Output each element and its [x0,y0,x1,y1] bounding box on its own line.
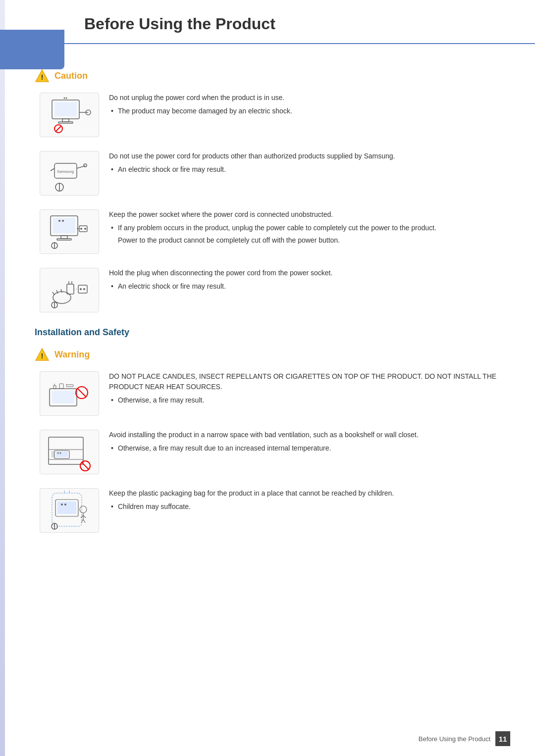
svg-rect-5 [58,122,73,123]
svg-point-15 [84,164,87,167]
svg-point-21 [58,220,60,222]
warning-image-3 [40,488,99,533]
svg-rect-4 [62,119,69,122]
svg-point-74 [80,506,87,513]
caution-item-1: Do not unplug the power cord when the pr… [35,93,505,137]
caution-triangle-icon: ! [35,69,50,83]
page-container: Before Using the Product ! Caution [0,0,535,756]
svg-line-54 [78,389,86,397]
caution-text-4: Hold the plug when disconnecting the pow… [109,268,505,294]
svg-rect-50 [59,384,63,389]
caution-image-2: Samsung [40,151,99,196]
caution-main-text-2: Do not use the power cord for products o… [109,151,505,161]
caution-image-3 [40,209,99,254]
warning-item-1: DO NOT PLACE CANDLES, INSECT REPELLANTS … [35,371,505,416]
svg-point-24 [80,228,82,230]
bullet-item: An electric shock or fire may result. [109,164,505,175]
svg-rect-20 [53,218,75,233]
warning-heading: ! Warning [35,348,505,361]
svg-point-25 [84,228,86,230]
svg-text:!: ! [41,352,44,360]
page-header: Before Using the Product [5,0,535,44]
bullet-item: The product may become damaged by an ele… [109,106,505,116]
caution-image-4 [40,268,99,312]
caution-subnote-3: Power to the product cannot be completel… [109,235,505,246]
svg-rect-47 [52,391,74,403]
svg-point-69 [64,504,66,505]
svg-rect-38 [78,285,87,293]
warning-label: Warning [54,350,90,360]
warning-bullets-3: Children may suffocate. [109,502,505,512]
caution-item-2: Samsung Do not use the power cord for pr… [35,151,505,196]
svg-point-61 [60,453,61,454]
warning-bullets-2: Otherwise, a fire may result due to an i… [109,443,505,454]
svg-rect-27 [61,236,67,239]
left-blue-tab [0,30,64,69]
page-number: 11 [495,731,510,746]
svg-rect-51 [66,385,73,387]
warning-main-text-1: DO NOT PLACE CANDLES, INSECT REPELLANTS … [109,371,505,392]
caution-main-text-1: Do not unplug the power cord when the pr… [109,93,505,103]
svg-line-32 [53,292,54,295]
svg-text:Samsung: Samsung [57,169,74,174]
caution-main-text-4: Hold the plug when disconnecting the pow… [109,268,505,278]
svg-rect-35 [67,284,74,294]
warning-item-2: Avoid installing the product in a narrow… [35,430,505,474]
svg-line-65 [82,462,89,469]
svg-point-31 [53,292,71,303]
svg-point-9 [66,98,67,99]
svg-line-34 [61,289,62,293]
left-accent-bar [0,0,5,756]
bullet-item: If any problem occurs in the product, un… [109,223,505,233]
svg-point-22 [62,220,64,222]
svg-line-11 [56,126,61,131]
bullet-item: Children may suffocate. [109,502,505,512]
main-content: ! Caution [5,44,535,576]
caution-item-3: Keep the power socket where the power co… [35,209,505,254]
page-footer: Before Using the Product 11 [419,731,510,746]
svg-point-60 [57,453,59,454]
svg-point-68 [61,504,63,505]
svg-rect-28 [57,239,71,240]
warning-triangle-icon: ! [35,348,50,361]
svg-rect-67 [57,502,76,514]
warning-text-1: DO NOT PLACE CANDLES, INSECT REPELLANTS … [109,371,505,407]
caution-bullets-2: An electric shock or fire may result. [109,164,505,175]
caution-bullets-4: An electric shock or fire may result. [109,281,505,292]
caution-text-2: Do not use the power cord for products o… [109,151,505,177]
svg-point-39 [80,288,82,290]
caution-text-3: Keep the power socket where the power co… [109,209,505,249]
svg-point-40 [83,288,85,290]
svg-line-77 [83,515,86,518]
page-title: Before Using the Product [84,15,505,33]
warning-image-1 [40,371,99,416]
bullet-item: Otherwise, a fire may result due to an i… [109,443,505,454]
svg-text:!: ! [41,73,44,81]
warning-bullets-1: Otherwise, a fire may result. [109,395,505,405]
caution-text-1: Do not unplug the power cord when the pr… [109,93,505,118]
installation-section-title: Installation and Safety [35,327,505,338]
warning-image-2 [40,430,99,474]
svg-line-16 [51,168,54,171]
bullet-item: An electric shock or fire may result. [109,281,505,292]
warning-text-2: Avoid installing the product in a narrow… [109,430,505,455]
caution-heading: ! Caution [35,69,505,83]
caution-bullets-1: The product may become damaged by an ele… [109,106,505,116]
svg-rect-3 [54,102,77,116]
caution-image-1 [40,93,99,137]
svg-point-8 [64,98,65,99]
bullet-item: Otherwise, a fire may result. [109,395,505,405]
caution-main-text-3: Keep the power socket where the power co… [109,209,505,220]
svg-line-79 [83,519,85,523]
warning-item-3: Keep the plastic packaging bag for the p… [35,488,505,533]
caution-bullets-3: If any problem occurs in the product, un… [109,223,505,233]
warning-text-3: Keep the plastic packaging bag for the p… [109,488,505,514]
warning-main-text-3: Keep the plastic packaging bag for the p… [109,488,505,499]
caution-item-4: Hold the plug when disconnecting the pow… [35,268,505,312]
caution-label: Caution [54,71,88,81]
warning-main-text-2: Avoid installing the product in a narrow… [109,430,505,440]
svg-rect-48 [54,386,56,389]
footer-text: Before Using the Product [419,735,490,743]
